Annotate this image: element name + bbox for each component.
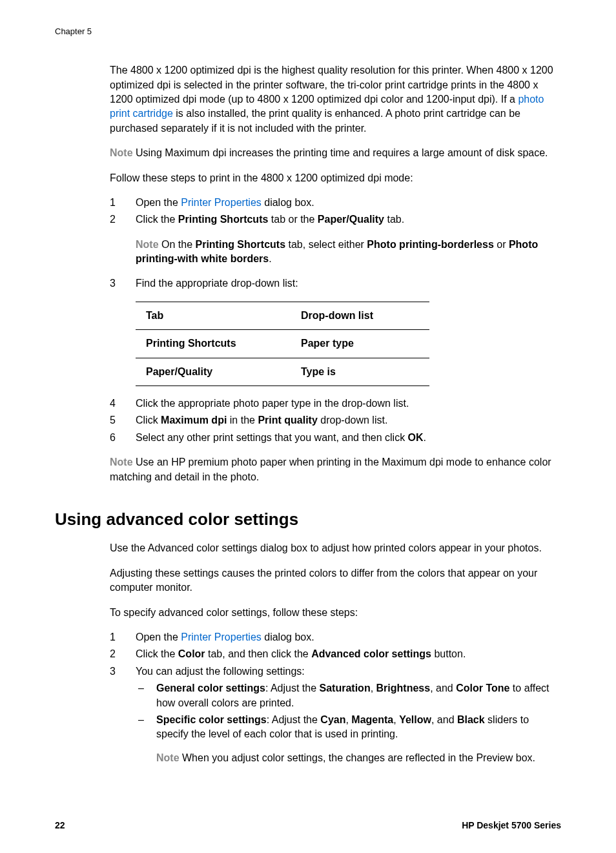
- step-content: Click Maximum dpi in the Print quality d…: [136, 413, 561, 427]
- step-number: 2: [110, 212, 136, 227]
- bullet-item: – General color settings: Adjust the Sat…: [136, 681, 561, 710]
- bold-text: Cyan: [320, 714, 345, 725]
- table-header-cell: Drop-down list: [291, 302, 429, 329]
- bold-text: General color settings: [156, 683, 265, 694]
- text: Tab: [146, 310, 163, 321]
- text: Click the: [136, 648, 178, 659]
- bullet-dash: –: [136, 681, 156, 710]
- text: Open the: [136, 632, 181, 642]
- bold-text: Advanced color settings: [311, 648, 431, 659]
- page-footer: 22 HP Deskjet 5700 Series: [55, 819, 561, 832]
- text: tab, select either: [285, 239, 367, 250]
- table-header-cell: Tab: [136, 302, 291, 329]
- step-content: Click the Printing Shortcuts tab or the …: [136, 212, 561, 227]
- list-item: 5 Click Maximum dpi in the Print quality…: [110, 413, 561, 427]
- text: The 4800 x 1200 optimized dpi is the hig…: [110, 65, 553, 105]
- paragraph: Adjusting these settings causes the prin…: [110, 566, 561, 595]
- bullet-list: – General color settings: Adjust the Sat…: [136, 681, 561, 765]
- sub-note: Note When you adjust color settings, the…: [156, 751, 561, 765]
- table-cell: Type is: [291, 358, 429, 385]
- step-content: Find the appropriate drop-down list:: [136, 276, 561, 291]
- steps-list-color: 1 Open the Printer Properties dialog box…: [110, 630, 561, 768]
- chapter-header: Chapter 5: [55, 26, 561, 37]
- step-content: You can adjust the following settings: –…: [136, 664, 561, 768]
- intro-paragraph: The 4800 x 1200 optimized dpi is the hig…: [110, 63, 561, 136]
- note-label: Note: [156, 752, 180, 763]
- bold-text: Magenta: [351, 714, 393, 725]
- step-content: Open the Printer Properties dialog box.: [136, 196, 561, 210]
- text: : Adjust the: [265, 683, 320, 694]
- step-content: Open the Printer Properties dialog box.: [136, 630, 561, 644]
- paragraph: Use the Advanced color settings dialog b…: [110, 541, 561, 555]
- text: drop-down list.: [318, 415, 388, 426]
- note-label: Note: [110, 147, 133, 158]
- list-item: 1 Open the Printer Properties dialog box…: [110, 630, 561, 644]
- bold-text: Maximum dpi: [161, 415, 227, 426]
- list-item: 1 Open the Printer Properties dialog box…: [110, 196, 561, 210]
- text: ,: [371, 683, 376, 694]
- step-content: Select any other print settings that you…: [136, 431, 561, 445]
- text: dialog box.: [262, 632, 314, 642]
- text: button.: [431, 648, 466, 659]
- bold-text: Print quality: [258, 415, 317, 426]
- text: Paper type: [301, 338, 354, 349]
- section-maximum-dpi: The 4800 x 1200 optimized dpi is the hig…: [110, 63, 561, 484]
- bold-text: Color: [178, 648, 205, 659]
- bold-text: Yellow: [399, 714, 431, 725]
- text: .: [269, 253, 271, 264]
- text: in the: [227, 415, 258, 426]
- table-cell: Paper/Quality: [136, 358, 291, 385]
- bullet-dash: –: [136, 713, 156, 765]
- step-content: Click the appropriate photo paper type i…: [136, 396, 561, 411]
- text: ,: [345, 714, 351, 725]
- step-content: Click the Color tab, and then click the …: [136, 647, 561, 661]
- text: Click: [136, 415, 161, 426]
- text: or: [494, 239, 509, 250]
- paragraph: To specify advanced color settings, foll…: [110, 606, 561, 620]
- text: Type is: [301, 366, 336, 377]
- printer-properties-link[interactable]: Printer Properties: [181, 632, 262, 642]
- steps-list-1: 1 Open the Printer Properties dialog box…: [110, 196, 561, 227]
- step-number: 3: [110, 276, 136, 291]
- list-item: 4 Click the appropriate photo paper type…: [110, 396, 561, 411]
- bold-text: Black: [457, 714, 485, 725]
- text: On the: [159, 239, 196, 250]
- note-text: Using Maximum dpi increases the printing…: [133, 147, 548, 158]
- text: , and: [430, 683, 456, 694]
- tab-dropdown-table: Tab Drop-down list Printing Shortcuts Pa…: [136, 302, 429, 386]
- bold-text: Printing Shortcuts: [178, 214, 269, 225]
- bold-text: Photo printing-borderless: [367, 239, 493, 250]
- bold-text: OK: [408, 432, 424, 443]
- table-row: Tab Drop-down list: [136, 302, 429, 329]
- list-item: 6 Select any other print settings that y…: [110, 431, 561, 445]
- table-cell: Paper type: [291, 330, 429, 358]
- note-label: Note: [136, 239, 159, 250]
- list-item: 3 Find the appropriate drop-down list:: [110, 276, 561, 291]
- bold-text: Printing Shortcuts: [195, 239, 285, 250]
- steps-list-3: 4 Click the appropriate photo paper type…: [110, 396, 561, 445]
- step-number: 1: [110, 196, 136, 210]
- bold-text: Saturation: [320, 683, 371, 694]
- table-cell: Printing Shortcuts: [136, 330, 291, 358]
- text: tab or the: [268, 214, 318, 225]
- step-number: 1: [110, 630, 136, 644]
- note-text: When you adjust color settings, the chan…: [180, 752, 535, 763]
- printer-properties-link[interactable]: Printer Properties: [181, 197, 262, 208]
- note-premium-paper: Note Use an HP premium photo paper when …: [110, 455, 561, 484]
- note-disk-space: Note Using Maximum dpi increases the pri…: [110, 146, 561, 160]
- bullet-content: Specific color settings: Adjust the Cyan…: [156, 713, 561, 765]
- step-number: 2: [110, 647, 136, 661]
- note-text: Use an HP premium photo paper when print…: [110, 457, 551, 482]
- text: .: [424, 432, 426, 443]
- text: Drop-down list: [301, 310, 373, 321]
- text: Open the: [136, 197, 181, 208]
- step-number: 5: [110, 413, 136, 427]
- footer-title: HP Deskjet 5700 Series: [462, 819, 561, 832]
- text: Select any other print settings that you…: [136, 432, 408, 443]
- text: : Adjust the: [267, 714, 321, 725]
- text: tab, and then click the: [205, 648, 312, 659]
- text: Printing Shortcuts: [146, 338, 236, 349]
- list-item: 2 Click the Color tab, and then click th…: [110, 647, 561, 661]
- step-number: 6: [110, 431, 136, 445]
- section-advanced-color: Use the Advanced color settings dialog b…: [110, 541, 561, 768]
